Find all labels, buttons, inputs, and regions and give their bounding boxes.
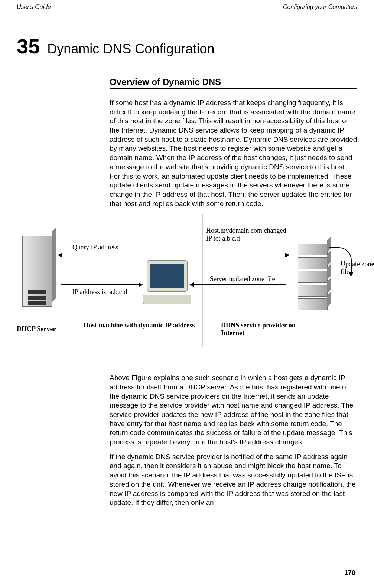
diagram: Query IP address IP address is: a.b.c.d …	[0, 214, 374, 362]
paragraph-1: If some host has a dynamic IP address th…	[110, 98, 357, 208]
paragraph-3: If the dynamic DNS service provider is n…	[110, 453, 357, 507]
arrow-ip-response	[61, 284, 139, 285]
caption-host: Host machine with dynamic IP address	[84, 321, 195, 329]
chapter-number: 35	[17, 34, 40, 58]
section-heading: Overview of Dynamic DNS	[110, 77, 357, 89]
arrow-changed	[193, 255, 286, 255]
label-changed: Host.mydomain.com changed IP to: a.b.c.d	[206, 227, 290, 242]
dhcp-server-icon	[22, 236, 56, 314]
header-right: Configuring your Computers	[283, 4, 357, 10]
divider-line	[202, 214, 203, 347]
chapter-title: Dynamic DNS Configuration	[47, 41, 214, 57]
label-ip: IP address is: a.b.c.d	[72, 288, 127, 296]
label-updated: Server updated zone file	[210, 275, 275, 283]
header-left: User's Guide	[17, 4, 51, 10]
label-update-zone: Update zone file	[341, 260, 374, 276]
chapter-header: 35 Dynamic DNS Configuration	[0, 12, 374, 66]
page-header: User's Guide Configuring your Computers	[0, 0, 374, 12]
host-machine-icon	[143, 260, 191, 308]
caption-ddns: DDNS service provider on Internet	[221, 321, 308, 337]
page-number: 170	[344, 569, 355, 577]
label-query: Query IP address	[72, 244, 118, 251]
paragraph-2: Above Figure explains one such scenario …	[110, 373, 357, 447]
ddns-server-icon	[298, 229, 331, 314]
caption-dhcp: DHCP Server	[17, 325, 56, 333]
arrow-query	[61, 255, 139, 255]
arrow-updated	[193, 284, 286, 285]
